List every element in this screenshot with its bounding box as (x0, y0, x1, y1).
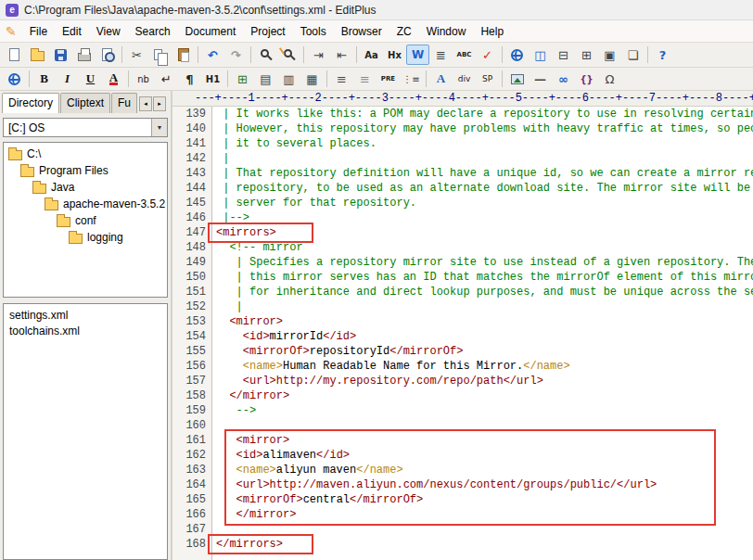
bold-button[interactable]: B (32, 69, 56, 89)
table-header-button[interactable]: ▦ (300, 69, 324, 89)
menu-view[interactable]: View (89, 21, 128, 42)
code-line[interactable]: <mirrors> (216, 225, 753, 240)
menu-help[interactable]: Help (473, 21, 511, 42)
chevron-down-icon[interactable]: ▼ (151, 119, 167, 136)
cut-button[interactable]: ✂ (125, 45, 148, 65)
code-line[interactable]: </mirror> (216, 388, 753, 403)
code-line[interactable] (216, 522, 753, 537)
tab-scroll-right-button[interactable]: ▸ (153, 96, 166, 111)
code-line[interactable]: </mirror> (216, 507, 753, 522)
code-line[interactable]: | However, this repository may have prob… (216, 121, 753, 136)
view-in-browser-button[interactable]: ◫ (529, 45, 552, 65)
underline-button[interactable]: U (79, 69, 102, 89)
indent-button[interactable]: ⇥ (307, 45, 330, 65)
browser-toggle-button[interactable] (505, 45, 529, 65)
hyperlink-button[interactable]: ∞ (552, 69, 575, 89)
drive-selector[interactable]: [C:] OS ▼ (3, 118, 168, 137)
tab-directory[interactable]: Directory (2, 93, 59, 113)
syntax-check-button[interactable]: ✓ (476, 45, 499, 65)
code-line[interactable]: | (216, 151, 753, 166)
anchor-button[interactable]: A (429, 69, 453, 89)
code-line[interactable]: <mirrorOf>central</mirrorOf> (216, 492, 753, 507)
tab-scroll-left-button[interactable]: ◂ (139, 96, 152, 111)
menu-tools[interactable]: Tools (293, 21, 334, 42)
code-line[interactable]: | Specifies a repository mirror site to … (216, 255, 753, 270)
hex-viewer-button[interactable]: Hx (383, 45, 406, 65)
file-item-settings-xml[interactable]: settings.xml (5, 307, 166, 323)
tree-item-c[interactable]: C:\ (5, 146, 166, 162)
tree-item-logging[interactable]: logging (5, 229, 166, 246)
pre-button[interactable]: PRE (376, 69, 400, 89)
new-file-button[interactable] (3, 45, 26, 65)
undo-button[interactable]: ↶ (201, 45, 224, 65)
code-line[interactable]: | It works like this: a POM may declare … (216, 107, 753, 121)
image-button[interactable] (505, 69, 529, 89)
align-left-button[interactable]: ≡ (330, 69, 353, 89)
tree-item-conf[interactable]: conf (5, 212, 166, 229)
code-line[interactable]: <name>aliyun maven</name> (216, 463, 753, 477)
code-line[interactable]: <!-- mirror (216, 240, 753, 255)
menu-edit[interactable]: Edit (55, 21, 89, 42)
tree-item-java[interactable]: Java (5, 179, 166, 196)
code-line[interactable]: | (216, 299, 753, 314)
tree-item-program-files[interactable]: Program Files (5, 162, 166, 179)
nonbreaking-space-button[interactable]: nb (132, 69, 155, 89)
code-line[interactable] (216, 418, 753, 433)
code-line[interactable]: |--> (216, 210, 753, 225)
menu-window[interactable]: Window (419, 21, 474, 42)
replace-button[interactable] (277, 45, 300, 65)
menu-file[interactable]: File (22, 21, 55, 42)
code-area[interactable]: 1391401411421431441451461471481491501511… (172, 107, 753, 560)
menu-browser[interactable]: Browser (334, 21, 389, 42)
script-button[interactable]: {} (575, 69, 598, 89)
redo-button[interactable]: ↷ (224, 45, 248, 65)
div-button[interactable]: div (453, 69, 476, 89)
paste-button[interactable] (172, 45, 195, 65)
word-wrap-button[interactable]: W (406, 45, 429, 65)
code-line[interactable]: <url>http://maven.aliyun.com/nexus/conte… (216, 477, 753, 492)
code-line[interactable]: <url>http://my.repository.com/repo/path<… (216, 374, 753, 388)
code-line[interactable]: </mirrors> (216, 537, 753, 552)
code-lines[interactable]: | It works like this: a POM may declare … (212, 107, 753, 560)
code-line[interactable]: | it to several places. (216, 136, 753, 151)
code-line[interactable]: | server for that repository. (216, 196, 753, 210)
spell-check-button[interactable]: ABC (453, 45, 476, 65)
italic-button[interactable]: I (56, 69, 79, 89)
context-help-button[interactable]: ? (651, 45, 674, 65)
code-line[interactable]: | this mirror serves has an ID that matc… (216, 270, 753, 285)
paragraph-button[interactable]: ¶ (178, 69, 201, 89)
span-button[interactable]: SP (476, 69, 499, 89)
code-line[interactable]: --> (216, 403, 753, 418)
code-line[interactable]: <id>mirrorId</id> (216, 329, 753, 344)
ordered-list-button[interactable]: ⋮≡ (400, 69, 423, 89)
horizontal-rule-button[interactable]: — (529, 69, 552, 89)
unindent-button[interactable]: ⇤ (330, 45, 353, 65)
split-vertical-button[interactable]: ⊞ (575, 45, 598, 65)
table-row-button[interactable]: ▤ (254, 69, 277, 89)
table-cell-button[interactable]: ▥ (277, 69, 300, 89)
code-line[interactable]: <name>Human Readable Name for this Mirro… (216, 359, 753, 374)
line-numbers-button[interactable]: ≣ (429, 45, 453, 65)
full-screen-button[interactable]: ▣ (598, 45, 621, 65)
code-line[interactable]: | repository, to be used as an alternate… (216, 181, 753, 196)
print-button[interactable] (72, 45, 96, 65)
code-line[interactable]: <mirror> (216, 314, 753, 329)
browser-button[interactable] (3, 69, 26, 89)
tab-cliptext[interactable]: Cliptext (60, 93, 110, 113)
file-item-toolchains-xml[interactable]: toolchains.xml (5, 323, 166, 338)
tab-fu[interactable]: Fu (111, 93, 137, 113)
special-char-button[interactable]: Ω (598, 69, 621, 89)
code-line[interactable]: | That repository definition will have a… (216, 166, 753, 181)
find-button[interactable] (254, 45, 277, 65)
copy-button[interactable] (148, 45, 172, 65)
tree-item-apache-maven-3.5.2[interactable]: apache-maven-3.5.2 (5, 196, 166, 212)
align-center-button[interactable]: ≡ (353, 69, 376, 89)
menu-project[interactable]: Project (243, 21, 292, 42)
print-preview-button[interactable] (96, 45, 119, 65)
open-file-button[interactable] (26, 45, 49, 65)
split-horizontal-button[interactable]: ⊟ (552, 45, 575, 65)
code-line[interactable]: | for inheritance and direct lookup purp… (216, 285, 753, 299)
font-color-button[interactable]: A (102, 69, 125, 89)
table-button[interactable]: ⊞ (231, 69, 254, 89)
code-line[interactable]: <mirrorOf>repositoryId</mirrorOf> (216, 344, 753, 359)
